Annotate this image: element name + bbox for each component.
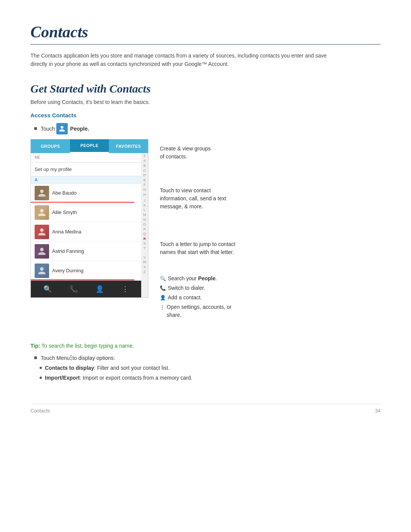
section-intro: Before using Contacts, it's best to lear… bbox=[30, 99, 381, 105]
people-icon bbox=[56, 123, 68, 134]
contact-row-allie[interactable]: Allie Smyth bbox=[31, 203, 141, 222]
red-annotation-line-avery bbox=[31, 280, 134, 280]
me-label: ME bbox=[35, 155, 137, 160]
touch-people-item: Touch People. bbox=[34, 123, 381, 134]
avatar-abe bbox=[35, 186, 49, 200]
section-letter-a: A bbox=[31, 176, 141, 184]
avatar-allie bbox=[35, 205, 49, 220]
callout-groups: Create & view groups of contacts. bbox=[160, 145, 381, 161]
sub-bullet-text-1: : Filter and sort your contact list. bbox=[94, 365, 169, 371]
callout-contact-info: Touch to view contact information, call,… bbox=[160, 187, 381, 211]
contact-row-astrid[interactable]: Astrid Fanning bbox=[31, 242, 141, 261]
screenshot-area: GROUPS PEOPLE FAVORITES ME Set up my pro… bbox=[30, 139, 381, 331]
tab-favorites[interactable]: FAVORITES bbox=[109, 139, 148, 153]
contact-row-abe[interactable]: Abe Baudo bbox=[31, 184, 141, 203]
menu-suffix: to display options: bbox=[72, 355, 115, 361]
phone-screenshot: GROUPS PEOPLE FAVORITES ME Set up my pro… bbox=[30, 139, 148, 298]
contact-name-astrid: Astrid Fanning bbox=[52, 248, 84, 254]
section-title: Get Started with Contacts bbox=[30, 82, 381, 95]
tip-text: To search the list, begin typing a name. bbox=[40, 343, 134, 349]
callout-letter-jump: Touch a letter to jump to contact names … bbox=[160, 240, 381, 256]
sub-bullet-dot-1 bbox=[40, 367, 42, 369]
menu-prefix: Touch Menu bbox=[41, 355, 70, 361]
avatar-anna bbox=[35, 225, 49, 239]
add-contact-callout-icon: 👤 bbox=[160, 294, 166, 302]
contacts-list: ME Set up my profile A Abe Baudo bbox=[31, 153, 141, 297]
dialer-callout-icon: 📞 bbox=[160, 284, 166, 292]
touch-menu-item: Touch Menu to display options: bbox=[34, 355, 381, 361]
subsection-heading: Access Contacts bbox=[30, 112, 381, 118]
me-section: ME bbox=[31, 153, 141, 163]
sub-bullet-dot-2 bbox=[40, 377, 42, 379]
red-annotation-line-abe bbox=[31, 202, 134, 203]
contact-name-anna: Anna Medina bbox=[52, 229, 81, 235]
sub-bullet-bold-2: Import/Export bbox=[45, 375, 80, 381]
search-callout-icon: 🔍 bbox=[160, 275, 166, 283]
bullet-square bbox=[34, 127, 37, 130]
tab-people[interactable]: PEOPLE bbox=[70, 139, 109, 153]
footer-page: 34 bbox=[375, 408, 381, 414]
tab-groups[interactable]: GROUPS bbox=[31, 139, 70, 153]
touch-menu-bullet bbox=[34, 356, 37, 359]
sub-bullet-contacts-display: Contacts to display: Filter and sort you… bbox=[40, 365, 381, 371]
touch-people-bold: People. bbox=[70, 126, 89, 132]
menu-dots-icon bbox=[70, 355, 72, 360]
footer: Contacts 34 bbox=[30, 404, 381, 414]
add-contact-icon[interactable]: 👤 bbox=[96, 285, 104, 293]
avatar-astrid bbox=[35, 244, 49, 259]
tip-label: Tip: bbox=[30, 343, 40, 349]
tip-section: Tip: To search the list, begin typing a … bbox=[30, 343, 381, 349]
title-divider bbox=[30, 44, 381, 45]
contact-row-anna[interactable]: Anna Medina bbox=[31, 222, 141, 242]
setup-profile-row[interactable]: Set up my profile bbox=[31, 163, 141, 176]
callout-bottom-icons: 🔍 Search your People. 📞 Switch to dialer… bbox=[160, 275, 381, 321]
setup-profile-text: Set up my profile bbox=[35, 166, 72, 172]
tab-bar: GROUPS PEOPLE FAVORITES bbox=[31, 139, 148, 153]
dialer-icon[interactable]: 📞 bbox=[70, 285, 78, 293]
intro-text: The Contacts application lets you store … bbox=[30, 51, 342, 69]
footer-label: Contacts bbox=[30, 408, 50, 414]
menu-icon[interactable]: ⋮ bbox=[122, 285, 129, 293]
settings-callout-icon: ⋮ bbox=[160, 304, 165, 311]
sub-bullet-import-export: Import/Export: Import or export contacts… bbox=[40, 375, 381, 381]
contact-name-avery: Avery Durning bbox=[52, 268, 83, 273]
contact-row-avery[interactable]: Avery Durning bbox=[31, 261, 141, 281]
sub-bullets: Contacts to display: Filter and sort you… bbox=[40, 365, 381, 381]
contact-name-abe: Abe Baudo bbox=[52, 190, 76, 196]
touch-people-text: Touch bbox=[41, 126, 55, 132]
sub-bullet-bold-1: Contacts to display bbox=[45, 365, 94, 371]
contact-name-allie: Allie Smyth bbox=[52, 209, 77, 215]
contacts-list-area: ME Set up my profile A Abe Baudo bbox=[31, 153, 148, 297]
index-bar: T A B C D E F G H J K L M N O P Q R S T bbox=[141, 153, 148, 297]
avatar-avery bbox=[35, 264, 49, 278]
callouts-area: Create & view groups of contacts. Touch … bbox=[160, 139, 381, 331]
page-title: Contacts bbox=[30, 23, 381, 41]
sub-bullet-text-2: : Import or export contacts from a memor… bbox=[80, 375, 193, 381]
bottom-bar: 🔍 📞 👤 ⋮ bbox=[31, 281, 141, 297]
search-bottom-icon[interactable]: 🔍 bbox=[43, 285, 52, 293]
